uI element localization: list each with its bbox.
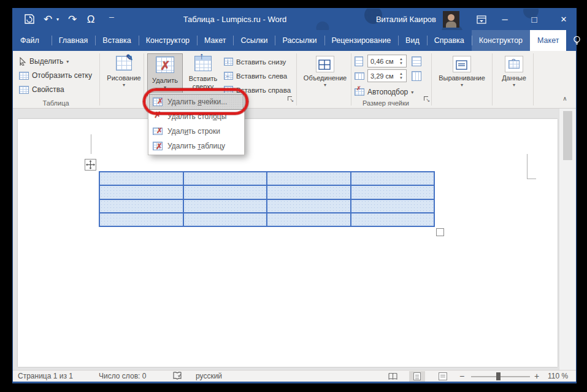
table-cell[interactable] bbox=[184, 186, 267, 198]
insert-above-label-2: сверху bbox=[185, 83, 221, 91]
delete-dropdown-menu: ✗ Удалить ячейки... ✗ Удалить столбцы ✗ … bbox=[148, 93, 245, 155]
omega-symbol-icon[interactable]: Ω bbox=[83, 9, 99, 30]
tab-insert[interactable]: Вставка bbox=[95, 30, 138, 51]
zoom-out-icon[interactable]: − bbox=[459, 371, 464, 382]
column-width-field[interactable]: ▲▼ bbox=[367, 69, 407, 82]
qat-customize-icon[interactable]: ─⌄ bbox=[104, 9, 120, 30]
page[interactable] bbox=[18, 119, 558, 367]
cell-size-dialog-launcher-icon[interactable] bbox=[423, 95, 429, 102]
scrollbar-thumb[interactable] bbox=[563, 111, 572, 160]
table-cell[interactable] bbox=[184, 172, 267, 185]
menu-item-label: Удалить таблицу bbox=[167, 142, 225, 150]
column-width-spinner[interactable]: ▲▼ bbox=[397, 70, 405, 82]
merge-button[interactable]: Объединение ▾ bbox=[301, 53, 349, 96]
table-resize-handle[interactable] bbox=[436, 228, 444, 236]
delete-columns-icon: ✗ bbox=[153, 112, 163, 121]
properties-label: Свойства bbox=[32, 85, 64, 94]
tab-review[interactable]: Рецензирование bbox=[324, 30, 399, 51]
user-avatar[interactable] bbox=[443, 11, 459, 28]
maximize-icon[interactable]: □ bbox=[524, 9, 544, 30]
zoom-in-icon[interactable]: + bbox=[534, 371, 539, 382]
close-icon[interactable]: ✕ bbox=[554, 9, 574, 30]
select-button[interactable]: Выделить ▾ bbox=[19, 55, 69, 67]
insert-above-button[interactable]: ↑ Вставить сверху bbox=[185, 53, 221, 96]
redo-icon[interactable]: ↷ bbox=[64, 9, 80, 30]
insert-below-button[interactable]: ↓ Вставить снизу bbox=[224, 55, 286, 68]
insert-left-label: Вставить слева bbox=[236, 72, 287, 80]
insert-left-icon: ← bbox=[224, 72, 233, 80]
zoom-level[interactable]: 110 % bbox=[548, 371, 568, 382]
web-layout-button[interactable] bbox=[435, 371, 451, 382]
read-mode-button[interactable] bbox=[385, 371, 401, 382]
table-cell[interactable] bbox=[184, 213, 267, 226]
draw-table-button[interactable]: ✎ Рисование ▾ bbox=[105, 53, 143, 96]
row-height-input[interactable] bbox=[368, 55, 395, 67]
undo-dropdown-icon[interactable]: ▾ bbox=[55, 9, 61, 30]
zoom-slider-track[interactable] bbox=[471, 376, 530, 377]
tab-table-design[interactable]: Конструктор bbox=[472, 30, 530, 51]
autofit-button[interactable]: ✗ Автоподбор ▾ bbox=[355, 86, 413, 98]
row-height-spinner[interactable]: ▲▼ bbox=[397, 55, 405, 67]
margin-mark-left bbox=[91, 134, 91, 154]
tab-references[interactable]: Ссылки bbox=[233, 30, 275, 51]
row-height-field[interactable]: ▲▼ bbox=[367, 55, 407, 67]
word-count[interactable]: Число слов: 0 bbox=[99, 371, 146, 382]
language-indicator[interactable]: русский bbox=[196, 371, 222, 382]
table-cell[interactable] bbox=[100, 186, 183, 198]
merge-caret-icon: ▾ bbox=[301, 82, 349, 88]
zoom-slider-thumb[interactable] bbox=[496, 372, 501, 380]
tab-home[interactable]: Главная bbox=[52, 30, 96, 51]
table-cell[interactable] bbox=[267, 186, 350, 198]
delete-rows-icon: ✗ bbox=[153, 128, 163, 135]
print-layout-button[interactable] bbox=[409, 371, 425, 382]
minimize-icon[interactable]: ─ bbox=[495, 9, 515, 30]
table-cell[interactable] bbox=[100, 213, 183, 226]
menu-item-delete-rows[interactable]: ✗ Удалить строки bbox=[150, 124, 243, 139]
distribute-rows-button[interactable] bbox=[412, 55, 421, 67]
undo-icon[interactable]: ↶ bbox=[40, 9, 56, 30]
delete-button[interactable]: ✗ Удалить ▾ bbox=[147, 53, 183, 96]
menu-item-delete-columns[interactable]: ✗ Удалить столбцы bbox=[150, 109, 243, 124]
rows-cols-dialog-launcher-icon[interactable] bbox=[286, 95, 293, 102]
view-gridlines-button[interactable]: Отобразить сетку bbox=[19, 69, 92, 82]
data-button[interactable]: ↷ Данные ▾ bbox=[496, 53, 532, 96]
tab-layout[interactable]: Макет bbox=[197, 30, 233, 51]
alignment-button[interactable]: Выравнивание ▾ bbox=[436, 53, 488, 96]
document-table[interactable] bbox=[99, 171, 435, 227]
page-count[interactable]: Страница 1 из 1 bbox=[18, 371, 73, 382]
table-cell[interactable] bbox=[267, 213, 350, 226]
table-move-handle[interactable] bbox=[85, 159, 96, 171]
collapse-ribbon-icon[interactable]: ∧ bbox=[558, 94, 572, 104]
data-caret-icon: ▾ bbox=[496, 82, 532, 88]
save-icon[interactable] bbox=[21, 9, 37, 30]
user-name[interactable]: Виталий Каиров bbox=[372, 9, 436, 30]
autofit-icon: ✗ bbox=[355, 88, 364, 96]
select-caret-icon: ▾ bbox=[66, 59, 69, 64]
ribbon-display-options-icon[interactable] bbox=[472, 9, 491, 30]
tab-view[interactable]: Вид bbox=[398, 30, 427, 51]
tellme-group[interactable]: Помощь bbox=[572, 30, 587, 51]
column-width-input[interactable] bbox=[368, 70, 395, 82]
table-cell[interactable] bbox=[351, 213, 434, 226]
insert-left-button[interactable]: ← Вставить слева bbox=[224, 69, 287, 82]
data-icon: ↷ bbox=[505, 56, 523, 72]
table-properties-button[interactable]: Свойства bbox=[19, 83, 64, 96]
tab-file[interactable]: Файл bbox=[13, 30, 47, 51]
table-cell[interactable] bbox=[100, 200, 183, 212]
vertical-scrollbar[interactable] bbox=[559, 109, 576, 370]
tab-help[interactable]: Справка bbox=[427, 30, 472, 51]
distribute-columns-button[interactable] bbox=[412, 70, 421, 82]
table-cell[interactable] bbox=[100, 172, 183, 185]
table-cell[interactable] bbox=[267, 200, 350, 212]
proofing-icon[interactable] bbox=[172, 372, 182, 383]
table-cell[interactable] bbox=[184, 200, 267, 212]
tab-mailings[interactable]: Рассылки bbox=[275, 30, 324, 51]
table-cell[interactable] bbox=[351, 172, 434, 185]
table-cell[interactable] bbox=[351, 186, 434, 198]
table-cell[interactable] bbox=[267, 172, 350, 185]
menu-item-delete-table[interactable]: ✗ Удалить таблицу bbox=[150, 139, 243, 153]
tab-table-layout[interactable]: Макет bbox=[530, 30, 566, 51]
tab-design[interactable]: Конструктор bbox=[139, 30, 197, 51]
table-cell[interactable] bbox=[351, 200, 434, 212]
menu-item-delete-cells[interactable]: ✗ Удалить ячейки... bbox=[150, 94, 243, 109]
